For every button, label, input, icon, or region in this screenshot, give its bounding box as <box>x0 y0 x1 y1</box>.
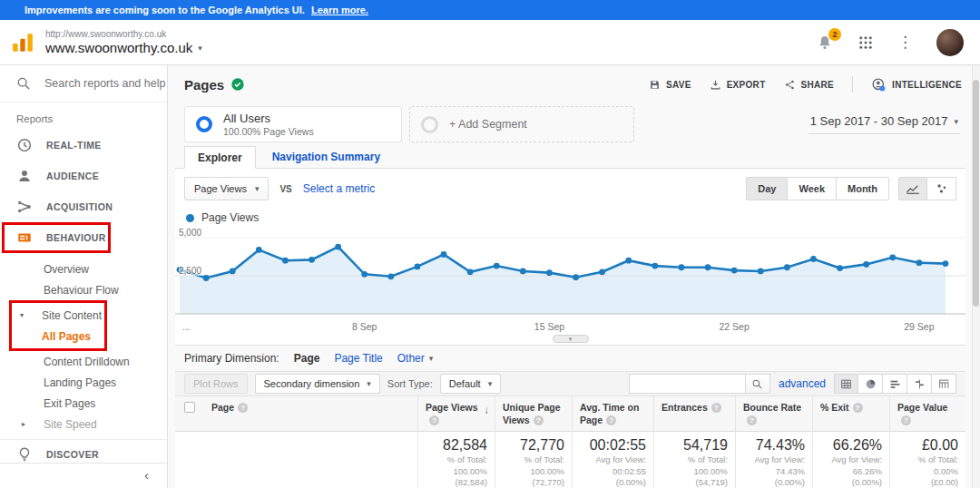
secondary-dimension-button[interactable]: Secondary dimension ▾ <box>255 374 380 394</box>
more-options-icon[interactable]: ⋮ <box>897 33 913 52</box>
line-chart-view-button[interactable] <box>898 177 927 200</box>
sidebar-search[interactable]: Search reports and help <box>0 65 167 102</box>
intelligence-button[interactable]: INTELLIGENCE <box>871 77 962 93</box>
help-icon[interactable]: ? <box>534 415 544 425</box>
chart-canvas <box>175 230 965 321</box>
vertical-scrollbar[interactable] <box>972 65 980 488</box>
sidebar-item-acquisition[interactable]: ACQUISITION <box>0 191 167 222</box>
pivot-view-button[interactable] <box>932 374 956 394</box>
sidebar-item-all-pages[interactable]: All Pages <box>12 326 104 346</box>
property-url: http://www.swoonworthy.co.uk <box>45 29 202 39</box>
export-button[interactable]: EXPORT <box>710 79 766 91</box>
sidebar-item-audience[interactable]: AUDIENCE <box>0 161 167 191</box>
help-icon[interactable]: ? <box>711 403 721 413</box>
granularity-week[interactable]: Week <box>788 177 837 200</box>
sidebar-subitem-label-active: All Pages <box>42 330 91 343</box>
help-icon[interactable]: ? <box>747 415 757 425</box>
pages-table: Page? Page Views? ↓ Unique Page Views? A… <box>175 396 965 488</box>
date-range-value: 1 Sep 2017 - 30 Sep 2017 <box>810 114 948 128</box>
learn-more-link[interactable]: Learn more. <box>311 5 368 15</box>
scrollbar-thumb[interactable] <box>973 80 979 307</box>
motion-chart-view-button[interactable] <box>927 177 956 200</box>
table-view-button[interactable] <box>834 374 858 394</box>
col-label: Entrances <box>662 402 708 413</box>
advanced-search-link[interactable]: advanced <box>779 377 826 390</box>
sort-type-button[interactable]: Default ▾ <box>440 374 501 394</box>
app-header: http://www.swoonworthy.co.uk www.swoonwo… <box>0 20 980 65</box>
granularity-day[interactable]: Day <box>746 177 788 200</box>
behaviour-icon <box>16 229 33 246</box>
sidebar-item-overview[interactable]: Overview <box>0 259 167 279</box>
dimension-page-title[interactable]: Page Title <box>334 352 382 365</box>
plot-rows-button[interactable]: Plot Rows <box>184 374 248 394</box>
sidebar-collapse-button[interactable]: ‹ <box>0 463 167 488</box>
expand-arrow-icon[interactable]: ▾ <box>20 311 42 319</box>
col-header-unique-page-views[interactable]: Unique Page Views? <box>495 396 572 432</box>
sidebar-item-behaviour-flow[interactable]: Behaviour Flow <box>0 279 167 300</box>
x-axis-labels: ... 8 Sep15 Sep22 Sep29 Sep <box>175 321 965 335</box>
property-selector[interactable]: http://www.swoonworthy.co.uk www.swoonwo… <box>45 29 202 55</box>
col-header-avg-time[interactable]: Avg. Time on Page? <box>572 396 653 432</box>
select-all-checkbox[interactable] <box>184 402 195 413</box>
secondary-dimension-label: Secondary dimension <box>264 378 360 389</box>
sidebar-item-realtime[interactable]: REAL-TIME <box>0 130 167 161</box>
dimension-page[interactable]: Page <box>294 352 320 365</box>
percentage-view-button[interactable] <box>858 374 883 394</box>
user-avatar[interactable] <box>936 29 964 56</box>
collapse-arrow-icon[interactable]: ▸ <box>22 420 44 428</box>
sort-type-value: Default <box>449 378 481 389</box>
comparison-view-button[interactable] <box>907 374 932 394</box>
table-search-input[interactable] <box>629 374 745 394</box>
col-header-page[interactable]: Page? <box>204 396 417 432</box>
explorer-panel: Page Views ▾ VS Select a metric Day Week… <box>175 169 965 346</box>
explorer-tabs: Explorer Navigation Summary <box>175 145 965 169</box>
vs-label: VS <box>279 184 291 194</box>
col-header-page-views[interactable]: Page Views? ↓ <box>417 396 495 432</box>
total-exit: 66.26% Avg for View: 66.26% (0.00%) <box>812 432 889 488</box>
sidebar-subitem-label: Exit Pages <box>44 397 95 410</box>
sidebar-item-content-drilldown[interactable]: Content Drilldown <box>0 351 167 372</box>
main-content: Pages SAVE <box>168 65 980 488</box>
share-button[interactable]: SHARE <box>784 79 835 91</box>
help-icon[interactable]: ? <box>429 415 439 425</box>
chart-legend: Page Views <box>175 207 965 229</box>
intelligence-label: INTELLIGENCE <box>892 80 962 90</box>
clock-icon <box>16 137 33 153</box>
help-icon[interactable]: ? <box>238 403 248 413</box>
timeline-slider-handle[interactable]: ▾ <box>553 335 589 343</box>
tab-explorer[interactable]: Explorer <box>184 146 256 169</box>
col-header-page-value[interactable]: Page Value? <box>889 396 965 432</box>
help-icon[interactable]: ? <box>901 415 911 425</box>
sidebar-subitem-label: Landing Pages <box>44 376 116 389</box>
timeseries-chart[interactable]: 5,000 2,500 <box>175 230 965 321</box>
select-metric-link[interactable]: Select a metric <box>303 182 375 195</box>
sidebar-item-site-content[interactable]: ▾ Site Content <box>12 305 104 326</box>
apps-grid-icon[interactable] <box>858 34 874 51</box>
granularity-month[interactable]: Month <box>837 177 889 200</box>
help-icon[interactable]: ? <box>853 403 863 413</box>
x-axis-tick-label: 15 Sep <box>534 321 564 332</box>
x-axis-tick-label: 8 Sep <box>352 321 377 332</box>
dimension-other[interactable]: Other <box>397 352 425 365</box>
metric-selector-button[interactable]: Page Views ▾ <box>184 177 269 200</box>
add-segment-button[interactable]: + Add Segment <box>409 106 634 142</box>
save-button[interactable]: SAVE <box>649 79 691 91</box>
help-icon[interactable]: ? <box>606 415 616 425</box>
col-header-entrances[interactable]: Entrances? <box>653 396 735 432</box>
sidebar-item-site-speed[interactable]: ▸ Site Speed <box>0 414 167 434</box>
google-analytics-app: Improvements are coming soon to the Goog… <box>0 0 980 488</box>
table-search-button[interactable] <box>745 374 770 394</box>
divider <box>0 102 167 102</box>
segment-all-users[interactable]: All Users 100.00% Page Views <box>184 106 402 142</box>
date-range-picker[interactable]: 1 Sep 2017 - 30 Sep 2017 ▾ <box>808 112 960 134</box>
sidebar-item-exit-pages[interactable]: Exit Pages <box>0 393 167 414</box>
col-header-exit[interactable]: % Exit? <box>812 396 889 432</box>
sidebar-item-behaviour[interactable]: BEHAVIOUR <box>5 225 108 250</box>
sidebar-item-landing-pages[interactable]: Landing Pages <box>0 372 167 393</box>
performance-view-button[interactable] <box>883 374 907 394</box>
col-header-bounce-rate[interactable]: Bounce Rate? <box>735 396 812 432</box>
verified-shield-icon <box>230 77 245 92</box>
tab-navigation-summary[interactable]: Navigation Summary <box>272 146 380 168</box>
save-label: SAVE <box>666 80 691 90</box>
notifications-button[interactable]: 2 <box>816 34 834 52</box>
